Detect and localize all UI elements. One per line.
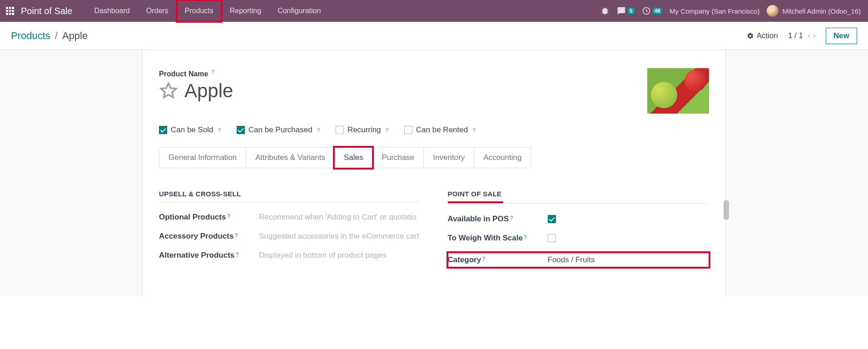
tab-attributes-variants[interactable]: Attributes & Variants: [246, 147, 335, 168]
pager-text[interactable]: 1 / 1: [788, 31, 803, 40]
apps-icon[interactable]: [4, 5, 16, 17]
favorite-star-icon[interactable]: [159, 81, 178, 100]
help-icon[interactable]: ?: [317, 127, 320, 134]
alternative-products-label: Alternative Products: [159, 251, 234, 260]
help-icon[interactable]: ?: [235, 251, 239, 258]
product-image[interactable]: [647, 68, 709, 114]
can-be-sold-checkbox[interactable]: [159, 126, 167, 134]
top-nav: Point of Sale Dashboard Orders Products …: [0, 0, 868, 22]
scrollbar-thumb[interactable]: [724, 200, 729, 220]
user-name: Mitchell Admin (Odoo_16): [782, 7, 861, 15]
avatar: [767, 5, 779, 17]
can-be-rented-label: Can be Rented: [416, 125, 468, 135]
breadcrumb-current: Apple: [62, 30, 88, 42]
accessory-products-field[interactable]: Suggested accessories in the eCommerce c…: [259, 232, 419, 241]
breadcrumb-sep: /: [55, 30, 58, 42]
optional-products-field[interactable]: Recommend when 'Adding to Cart' or quota…: [259, 213, 417, 222]
nav-dashboard[interactable]: Dashboard: [86, 0, 138, 22]
nav-menu: Dashboard Orders Products Reporting Conf…: [86, 0, 329, 22]
help-icon[interactable]: ?: [386, 127, 389, 134]
nav-orders[interactable]: Orders: [138, 0, 177, 22]
alternative-products-row: Alternative Products ? Displayed in bott…: [159, 251, 421, 260]
breadcrumb: Products / Apple: [11, 30, 88, 42]
pager-prev-icon[interactable]: ‹: [808, 31, 810, 40]
can-be-rented-checkbox[interactable]: [404, 126, 412, 134]
can-be-sold-option: Can be Sold ?: [159, 125, 221, 135]
gear-icon: [747, 32, 754, 40]
tabs: General Information Attributes & Variant…: [159, 147, 709, 168]
control-right: Action 1 / 1 ‹ › New: [747, 28, 857, 44]
upsell-column: UPSELL & CROSS-SELL Optional Products ? …: [159, 190, 421, 277]
form-sheet: Product Name ? Apple Can be Sold ? Can b…: [142, 50, 726, 295]
pos-column: POINT OF SALE Available in POS ? To Weig…: [448, 190, 709, 277]
available-in-pos-checkbox[interactable]: [548, 215, 556, 223]
messages-icon[interactable]: 5: [617, 6, 635, 15]
product-name-label: Product Name: [159, 70, 208, 78]
pager-next-icon[interactable]: ›: [813, 31, 816, 40]
recurring-option: Recurring ?: [336, 125, 389, 135]
action-menu[interactable]: Action: [747, 31, 778, 40]
control-bar: Products / Apple Action 1 / 1 ‹ › New: [0, 22, 868, 50]
available-in-pos-label: Available in POS: [448, 214, 509, 224]
nav-right: 5 46 My Company (San Francisco) Mitchell…: [600, 5, 864, 17]
activities-icon[interactable]: 46: [642, 6, 662, 15]
to-weigh-checkbox[interactable]: [548, 234, 556, 242]
messages-badge: 5: [628, 8, 635, 14]
can-be-purchased-label: Can be Purchased: [248, 125, 312, 135]
sales-tab-body: UPSELL & CROSS-SELL Optional Products ? …: [159, 190, 709, 277]
help-icon[interactable]: ?: [227, 213, 230, 219]
can-be-purchased-checkbox[interactable]: [237, 126, 245, 134]
recurring-label: Recurring: [347, 125, 381, 135]
tab-sales[interactable]: Sales: [334, 147, 373, 168]
title-row: Product Name ? Apple: [159, 68, 709, 114]
tab-inventory[interactable]: Inventory: [423, 147, 474, 168]
activities-badge: 46: [653, 8, 662, 14]
debug-icon[interactable]: [600, 6, 610, 15]
category-label: Category: [448, 255, 481, 264]
to-weigh-label: To Weigh With Scale: [448, 234, 523, 243]
nav-reporting[interactable]: Reporting: [222, 0, 269, 22]
can-be-rented-option: Can be Rented ?: [404, 125, 476, 135]
pos-header: POINT OF SALE: [448, 190, 504, 203]
can-be-purchased-option: Can be Purchased ?: [237, 125, 320, 135]
sheet-bg: Product Name ? Apple Can be Sold ? Can b…: [0, 50, 868, 295]
breadcrumb-root[interactable]: Products: [11, 30, 50, 42]
help-icon[interactable]: ?: [234, 232, 238, 239]
help-icon[interactable]: ?: [472, 127, 476, 134]
can-be-sold-label: Can be Sold: [171, 125, 213, 135]
tab-purchase[interactable]: Purchase: [372, 147, 424, 168]
tab-general-information[interactable]: General Information: [159, 147, 246, 168]
action-label: Action: [757, 31, 778, 40]
upsell-header: UPSELL & CROSS-SELL: [159, 190, 421, 202]
tab-accounting[interactable]: Accounting: [474, 147, 531, 168]
help-icon[interactable]: ?: [211, 68, 214, 75]
category-field[interactable]: Foods / Fruits: [548, 255, 595, 264]
to-weigh-row: To Weigh With Scale ?: [448, 234, 709, 243]
optional-products-label: Optional Products: [159, 213, 226, 222]
new-button[interactable]: New: [826, 28, 857, 44]
accessory-products-row: Accessory Products ? Suggested accessori…: [159, 232, 421, 241]
nav-configuration[interactable]: Configuration: [269, 0, 329, 22]
nav-products[interactable]: Products: [177, 0, 222, 22]
available-in-pos-row: Available in POS ?: [448, 214, 709, 224]
alternative-products-field[interactable]: Displayed in bottom of product pages: [259, 251, 387, 260]
help-icon[interactable]: ?: [482, 255, 486, 262]
recurring-checkbox[interactable]: [336, 126, 344, 134]
accessory-products-label: Accessory Products: [159, 232, 233, 241]
help-icon[interactable]: ?: [218, 127, 221, 134]
product-name-field[interactable]: Apple: [184, 80, 233, 102]
options-row: Can be Sold ? Can be Purchased ? Recurri…: [159, 125, 709, 135]
category-row: Category ? Foods / Fruits: [448, 253, 709, 267]
company-switcher[interactable]: My Company (San Francisco): [670, 7, 759, 15]
pager: 1 / 1 ‹ ›: [788, 31, 816, 40]
user-menu[interactable]: Mitchell Admin (Odoo_16): [767, 5, 861, 17]
help-icon[interactable]: ?: [510, 214, 513, 221]
app-brand[interactable]: Point of Sale: [21, 6, 72, 16]
help-icon[interactable]: ?: [524, 234, 527, 240]
optional-products-row: Optional Products ? Recommend when 'Addi…: [159, 213, 421, 222]
